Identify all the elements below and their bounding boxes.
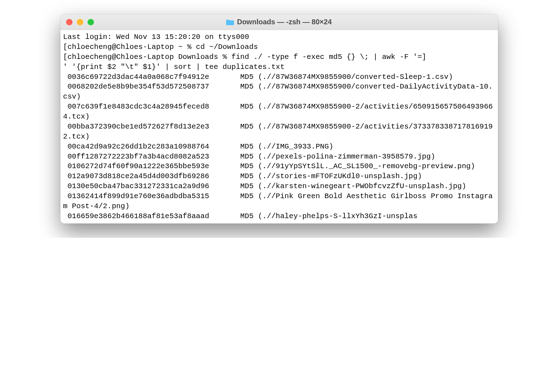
output-line: 0036c69722d3dac44a0a068c7f94912e MD5 (./…	[63, 73, 453, 81]
minimize-button[interactable]	[77, 19, 83, 25]
output-line: 0130e50cba47bac331272331ca2a9d96 MD5 (./…	[63, 182, 467, 190]
output-line: 0068202de5e8b9be354f53d572508737 MD5 (./…	[63, 82, 493, 101]
window-title: Downloads — -zsh — 80×24	[237, 18, 332, 26]
folder-icon	[226, 19, 234, 25]
prompt-bracket-open: [	[63, 43, 68, 51]
output-line: 016659e3862b466188af81e53af8aaad MD5 (./…	[63, 212, 418, 220]
close-button[interactable]	[66, 19, 73, 25]
prompt-bracket-close: ]	[422, 53, 426, 61]
output-line: 00bba372390cbe1ed572627f8d13e2e3 MD5 (./…	[63, 122, 493, 141]
output-line: 0106272d74f60f90a1222e365bbe593e MD5 (./…	[63, 162, 475, 170]
window-title-wrap: Downloads — -zsh — 80×24	[60, 18, 498, 26]
prompt-bracket-open: [	[63, 53, 68, 61]
last-login-line: Last login: Wed Nov 13 15:20:20 on ttys0…	[63, 33, 249, 41]
command-1: cd ~/Downloads	[196, 43, 258, 51]
terminal-window: Downloads — -zsh — 80×24 Last login: Wed…	[60, 14, 498, 223]
output-line: 012a9073d818ce2a45d4d003dfb69286 MD5 (./…	[63, 172, 422, 180]
command-2b: ' '{print $2 "\t" $1}' | sort | tee dupl…	[63, 63, 285, 71]
titlebar[interactable]: Downloads — -zsh — 80×24	[60, 14, 498, 30]
output-line: 007c639f1e8483cdc3c4a28945feced8 MD5 (./…	[63, 102, 493, 121]
window-controls	[66, 19, 94, 25]
output-line: 00ca42d9a92c26dd1b2c283a10988764 MD5 (./…	[63, 142, 334, 151]
command-2a: find ./ -type f -exec md5 {} \; | awk -F…	[231, 53, 422, 61]
prompt-1: chloecheng@Chloes-Laptop ~ %	[68, 43, 196, 51]
output-line: 01362414f899d91e760e36adbdba5315 MD5 (./…	[63, 192, 493, 210]
terminal-output[interactable]: Last login: Wed Nov 13 15:20:20 on ttys0…	[60, 30, 498, 223]
output-line: 00ff1287272223bf7a3b4acd8082a523 MD5 (./…	[63, 152, 435, 161]
prompt-2: chloecheng@Chloes-Laptop Downloads %	[68, 53, 231, 61]
maximize-button[interactable]	[88, 19, 94, 25]
